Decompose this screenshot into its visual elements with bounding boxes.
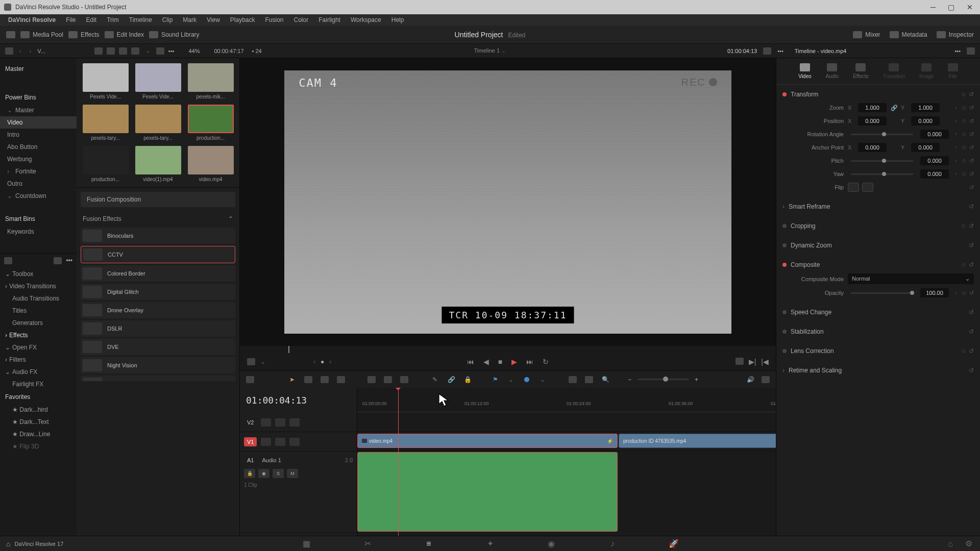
maximize-button[interactable]: ▢: [945, 3, 958, 11]
v2-enable[interactable]: [289, 418, 300, 427]
retime-head[interactable]: ›Retime and Scaling↺: [782, 364, 974, 377]
home-icon[interactable]: ⌂: [6, 540, 10, 548]
opacity-slider[interactable]: [851, 292, 913, 294]
smart-reframe-head[interactable]: ›Smart Reframe↺: [782, 200, 974, 213]
link-icon[interactable]: 🔗: [446, 375, 456, 384]
marker-dropdown[interactable]: ⌄: [538, 376, 547, 383]
viewer-options[interactable]: •••: [777, 48, 783, 54]
zoom-reset[interactable]: ↺: [969, 105, 974, 111]
tab-video[interactable]: Video: [798, 63, 811, 79]
v1-lock[interactable]: [261, 438, 271, 446]
opacity-input[interactable]: [920, 288, 949, 297]
zoom-key[interactable]: ◇: [961, 105, 967, 111]
clip-3[interactable]: pexels-mik...: [187, 63, 234, 99]
fx-drone-overlay[interactable]: Drone Overlay: [81, 302, 235, 318]
zoom-x[interactable]: [858, 103, 887, 112]
clip-6[interactable]: production...: [187, 105, 234, 141]
grid-view-icon[interactable]: [107, 47, 115, 55]
stabilization-head[interactable]: Stabilization↺: [782, 325, 974, 338]
menu-fairlight[interactable]: Fairlight: [314, 15, 345, 24]
blade-tool[interactable]: [336, 375, 346, 384]
menu-clip[interactable]: Clip: [158, 15, 177, 24]
fusion-composition[interactable]: Fusion Composition: [81, 192, 235, 207]
menu-edit[interactable]: Edit: [82, 15, 101, 24]
project-manager-icon[interactable]: ⌂: [945, 539, 955, 549]
sort-icon[interactable]: [156, 47, 164, 55]
rotation-slider[interactable]: [851, 134, 913, 135]
clip-production[interactable]: production ID 4763535.mp4: [619, 434, 776, 448]
stop[interactable]: ■: [498, 358, 502, 366]
tl-view-options[interactable]: [246, 376, 254, 383]
viewer-zoom[interactable]: 44%: [188, 48, 200, 54]
keywords-bin[interactable]: Keywords: [0, 226, 77, 238]
scrub-bar[interactable]: [240, 346, 776, 353]
bin-view-icon[interactable]: [5, 47, 13, 55]
cropping-head[interactable]: Cropping◇↺: [782, 219, 974, 233]
full-viewer-icon[interactable]: [736, 358, 744, 365]
pos-key[interactable]: ◇: [961, 118, 967, 124]
clip-1[interactable]: Pexels Vide...: [82, 63, 129, 99]
speed-head[interactable]: Speed Change↺: [782, 306, 974, 319]
bin-werbung[interactable]: Werbung: [0, 153, 77, 165]
v1-lane[interactable]: video.mp4⚡ production ID 4763535.mp4: [357, 432, 776, 451]
menu-timeline[interactable]: Timeline: [125, 15, 156, 24]
color-page[interactable]: ◉: [546, 539, 556, 549]
settings-icon[interactable]: ⚙: [964, 539, 974, 549]
lock-icon[interactable]: 🔒: [462, 375, 473, 384]
overwrite-tool[interactable]: [383, 375, 393, 384]
fx-digital-glitch[interactable]: Digital Glitch: [81, 284, 235, 300]
insert-tool[interactable]: [366, 375, 377, 384]
pitch-input[interactable]: [920, 156, 949, 165]
clip-9[interactable]: video.mp4: [187, 146, 234, 182]
snap-icon[interactable]: [584, 375, 594, 384]
fav-1[interactable]: ★ Dark...hird: [0, 404, 77, 416]
playhead[interactable]: [398, 388, 399, 536]
v1-enable[interactable]: [289, 438, 300, 446]
trim-tool[interactable]: [303, 375, 313, 384]
transform-reset[interactable]: ↺: [969, 91, 974, 98]
viewer-mode-icon[interactable]: [763, 47, 771, 55]
transform-head[interactable]: Transform ◇↺: [782, 88, 974, 101]
clip-5[interactable]: pexels-tary...: [134, 105, 182, 141]
clip-4[interactable]: pexels-tary...: [82, 105, 129, 141]
bin-fortnite[interactable]: ›Fortnite: [0, 165, 77, 178]
a1-mute[interactable]: M: [287, 469, 298, 478]
expand-icon[interactable]: [967, 47, 975, 55]
v2-lane[interactable]: [357, 412, 776, 432]
effects-toggle[interactable]: Effects: [68, 31, 99, 38]
fairlightfx[interactable]: Fairlight FX: [0, 378, 77, 390]
pitch-slider[interactable]: [851, 160, 913, 162]
generators[interactable]: Generators: [0, 317, 77, 329]
sound-library-toggle[interactable]: Sound Library: [149, 31, 200, 38]
a1-curve[interactable]: ◉: [258, 469, 270, 478]
clip-video[interactable]: video.mp4⚡: [357, 434, 618, 448]
a1-head[interactable]: A1 Audio 1 2.0 🔒 ◉ S M 1 Clip: [240, 452, 357, 533]
fairlight-page[interactable]: ♪: [607, 539, 618, 549]
close-button[interactable]: ✕: [964, 3, 976, 11]
bin-abo[interactable]: Abo Button: [0, 141, 77, 153]
next-edit[interactable]: ›: [327, 358, 333, 365]
timeline-tc[interactable]: 01:00:04:13: [240, 388, 357, 413]
pos-y[interactable]: [911, 116, 940, 126]
flag-dropdown[interactable]: ⌄: [506, 376, 516, 383]
filters[interactable]: ›Filters: [0, 354, 77, 366]
zoom-link[interactable]: 🔗: [891, 105, 897, 111]
tab-effects[interactable]: Effects: [853, 63, 868, 79]
lens-head[interactable]: Lens Correction◇↺: [782, 344, 974, 358]
deliver-page[interactable]: 🚀: [669, 539, 679, 549]
menu-fusion[interactable]: Fusion: [261, 15, 288, 24]
fx-search-icon[interactable]: [54, 257, 62, 264]
track-area[interactable]: 01:00:00:00 01:00:12:00 01:00:24:00 01:0…: [357, 388, 776, 536]
anchor-y[interactable]: [911, 143, 940, 152]
replace-tool[interactable]: [399, 375, 409, 384]
metadata-toggle[interactable]: Metadata: [890, 31, 927, 38]
match-frame-icon[interactable]: [247, 358, 255, 365]
ruler[interactable]: 01:00:00:00 01:00:12:00 01:00:24:00 01:0…: [357, 388, 776, 412]
clip-2[interactable]: Pexels Vide...: [134, 63, 182, 99]
step-back[interactable]: ◀: [483, 358, 489, 366]
bin-countdown[interactable]: ⌄Countdown: [0, 190, 77, 202]
viewer[interactable]: CAM 4 REC TCR 10-09 18:37:11: [240, 58, 776, 346]
clip-8[interactable]: video(1).mp4: [134, 146, 182, 182]
pos-x[interactable]: [858, 116, 887, 126]
audio-meter-icon[interactable]: 🔊: [745, 375, 755, 384]
